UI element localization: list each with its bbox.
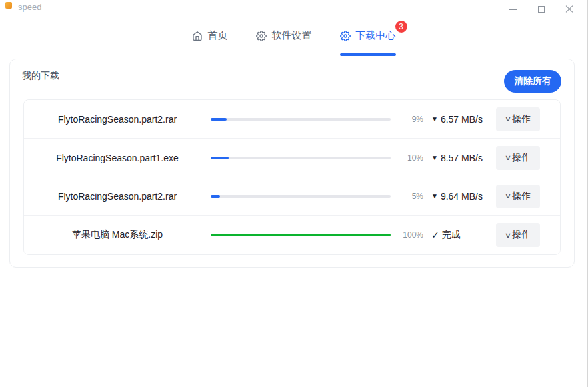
download-list: FlytoRacingSeason.part2.rar 9% ▼ 6.57 MB…: [23, 99, 561, 255]
gear-icon: [340, 31, 351, 41]
progress-fill: [211, 195, 220, 198]
row-action-button[interactable]: ∨ 操作: [496, 146, 540, 170]
download-row: FlytoRacingSeason.part1.exe 10% ▼ 8.57 M…: [24, 139, 560, 177]
progress-percent: 9%: [391, 115, 423, 124]
progress-percent: 10%: [391, 153, 423, 163]
check-icon: ✓: [431, 230, 439, 240]
download-row: 苹果电脑 Mac系统.zip 100% ✓ 完成 ∨ 操作: [24, 216, 560, 254]
progress-percent: 5%: [391, 192, 423, 201]
download-status: ▼ 8.57 MB/s: [431, 153, 496, 163]
download-filename: FlytoRacingSeason.part2.rar: [24, 191, 211, 202]
tab-home[interactable]: 首页: [192, 29, 228, 42]
download-count-badge: 3: [395, 21, 407, 33]
download-status: ✓ 完成: [431, 229, 496, 241]
row-action-button[interactable]: ∨ 操作: [496, 185, 540, 208]
download-filename: FlytoRacingSeason.part1.exe: [24, 153, 211, 163]
panel-header: 我的下载 清除所有: [10, 59, 574, 99]
progress-fill: [211, 157, 229, 159]
download-filename: 苹果电脑 Mac系统.zip: [24, 229, 211, 241]
download-row: FlytoRacingSeason.part2.rar 5% ▼ 9.64 MB…: [24, 177, 560, 216]
progress-bar: [211, 234, 391, 236]
progress-fill: [211, 118, 227, 121]
chevron-down-icon: ∨: [505, 115, 511, 123]
minimize-button[interactable]: [499, 0, 527, 19]
chevron-down-icon: ∨: [505, 231, 511, 240]
progress-percent: 100%: [391, 230, 423, 240]
row-action-label: 操作: [512, 229, 531, 241]
progress-bar: [211, 157, 391, 159]
main-nav: 首页 软件设置 下载中心 3: [0, 29, 587, 42]
tab-download-center[interactable]: 下载中心 3: [340, 29, 396, 42]
title-bar: speed: [0, 0, 587, 17]
tab-home-label: 首页: [208, 29, 228, 42]
row-action-label: 操作: [512, 191, 531, 202]
gear-icon: [256, 31, 267, 41]
home-icon: [192, 31, 203, 41]
progress-fill: [211, 234, 391, 236]
maximize-button[interactable]: [527, 0, 555, 19]
window-controls: [499, 0, 583, 19]
close-button[interactable]: [555, 0, 583, 19]
download-speed: 6.57 MB/s: [441, 114, 483, 125]
app-title: speed: [18, 2, 41, 12]
app-window: speed 首页 软件设置 下载中心 3 我的下载 清除所有 FlytoRaci…: [0, 0, 588, 387]
row-action-button[interactable]: ∨ 操作: [496, 223, 540, 247]
download-row: FlytoRacingSeason.part2.rar 9% ▼ 6.57 MB…: [24, 100, 560, 139]
download-filename: FlytoRacingSeason.part2.rar: [24, 114, 211, 125]
close-icon: [565, 5, 573, 13]
download-speed: 8.57 MB/s: [441, 153, 483, 163]
row-action-button[interactable]: ∨ 操作: [496, 107, 540, 131]
tab-settings-label: 软件设置: [272, 29, 312, 42]
download-arrow-icon: ▼: [431, 155, 438, 161]
download-status: ▼ 9.64 MB/s: [431, 191, 496, 202]
downloads-panel: 我的下载 清除所有 FlytoRacingSeason.part2.rar 9%…: [9, 59, 575, 268]
download-arrow-icon: ▼: [431, 193, 438, 200]
app-logo-icon: [5, 2, 12, 9]
download-speed: 9.64 MB/s: [441, 191, 483, 202]
progress-bar: [211, 195, 391, 198]
tab-settings[interactable]: 软件设置: [256, 29, 312, 42]
chevron-down-icon: ∨: [505, 192, 511, 200]
download-status-label: 完成: [442, 229, 461, 241]
chevron-down-icon: ∨: [505, 153, 511, 162]
minimize-icon: [509, 9, 517, 10]
row-action-label: 操作: [512, 152, 531, 164]
download-status: ▼ 6.57 MB/s: [431, 114, 496, 125]
clear-all-button[interactable]: 清除所有: [504, 70, 561, 93]
panel-title: 我的下载: [22, 70, 59, 82]
progress-bar: [211, 118, 391, 121]
download-arrow-icon: ▼: [431, 116, 438, 123]
maximize-icon: [538, 6, 545, 13]
row-action-label: 操作: [512, 113, 531, 125]
tab-download-center-label: 下载中心: [356, 29, 396, 42]
